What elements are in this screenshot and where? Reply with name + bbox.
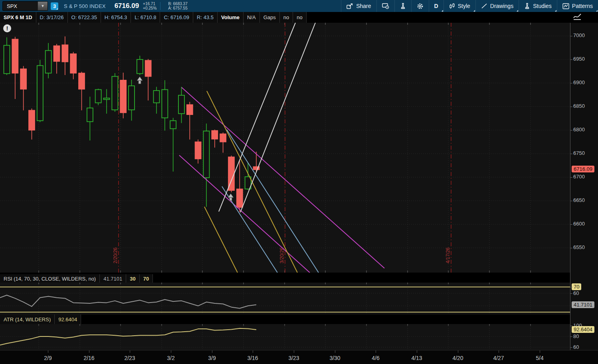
candle-2/5[interactable]: [29, 109, 35, 140]
magenta-trendline[interactable]: [182, 87, 384, 268]
link-group-badge[interactable]: 3: [51, 2, 58, 10]
share-button[interactable]: Share: [341, 0, 376, 12]
patterns-icon: [562, 3, 569, 9]
magenta-trendline[interactable]: [179, 155, 310, 273]
rsi-study-label[interactable]: RSI (14, 70, 30, CLOSE, WILDERS, no): [0, 274, 100, 283]
last-price: 6716.09: [115, 2, 139, 10]
candle-2/19[interactable]: [103, 89, 109, 113]
candle-3/11[interactable]: [220, 133, 226, 153]
candlestick-chart-canvas[interactable]: 2/20/263/20/264/17/26!: [0, 23, 570, 273]
fit-scale-icon[interactable]: [572, 13, 583, 21]
rsi-value-badge: 41.7101: [572, 301, 594, 308]
candle-2/20[interactable]: [112, 73, 118, 112]
trendline-icon: [481, 3, 487, 9]
candle-3/10[interactable]: [212, 130, 218, 148]
white-trendline[interactable]: [240, 23, 315, 212]
price-axis-label: 6600: [573, 221, 585, 227]
symbol-input[interactable]: SPX ▼: [2, 1, 48, 11]
volume-label[interactable]: Volume: [218, 12, 244, 23]
time-axis-tick: [89, 350, 89, 353]
time-axis[interactable]: 2/92/162/233/23/93/163/233/304/64/134/20…: [0, 350, 598, 364]
gaps-label[interactable]: Gaps: [260, 12, 280, 23]
chart-symbol-label[interactable]: SPX 6 M 1D: [0, 12, 36, 23]
time-axis-tick: [417, 350, 417, 353]
candle-2/27[interactable]: [153, 87, 159, 113]
candle-3/4[interactable]: [178, 87, 184, 123]
gaps-value-2: no: [293, 12, 306, 23]
time-axis-tick: [171, 350, 171, 353]
alert-icon[interactable]: !: [3, 24, 11, 32]
candle-2/9[interactable]: [46, 43, 51, 79]
white-trendline[interactable]: [219, 23, 295, 212]
candle-2/6[interactable]: [37, 60, 43, 122]
candle-3/6[interactable]: [195, 140, 201, 164]
candle-3/17[interactable]: [253, 152, 259, 172]
candle-2/23[interactable]: [120, 73, 126, 118]
rsi-panel[interactable]: [0, 283, 570, 315]
symbol-value[interactable]: SPX: [3, 2, 38, 10]
analyze-button[interactable]: [394, 0, 411, 12]
price-axis-label: 6800: [573, 127, 585, 133]
candle-3/9[interactable]: [203, 123, 209, 207]
candles[interactable]: [4, 36, 259, 212]
time-axis-label: 4/6: [372, 355, 379, 361]
time-axis-tick: [212, 350, 212, 353]
svg-text:!: !: [6, 25, 8, 32]
symbol-dropdown-caret-icon[interactable]: ▼: [38, 2, 48, 10]
price-axis[interactable]: 7000695069006850680067506700665066006550…: [570, 23, 598, 350]
candle-3/5[interactable]: [187, 102, 193, 139]
price-axis-tick: [570, 154, 572, 154]
candle-2/11[interactable]: [62, 36, 68, 75]
time-axis-label: 2/16: [83, 355, 94, 361]
volume-value: N/A: [244, 12, 260, 23]
atr-axis-tick: [570, 347, 572, 348]
time-axis-tick: [540, 350, 540, 353]
studies-button[interactable]: Studies: [519, 0, 557, 12]
trendline-drawings[interactable]: [179, 23, 384, 273]
spacer: [81, 315, 598, 324]
candle-2/4[interactable]: [20, 66, 26, 111]
atr-value-badge: 92.6404: [572, 326, 594, 333]
expiration-lines: 2/20/263/20/264/17/26: [113, 23, 451, 273]
patterns-button[interactable]: Patterns: [557, 0, 598, 12]
candle-2/17[interactable]: [87, 97, 93, 140]
onDemand-button[interactable]: [376, 0, 394, 12]
time-axis-label: 3/9: [208, 355, 216, 361]
atr-axis-tick: [570, 336, 572, 337]
up-arrow-marker[interactable]: [137, 77, 143, 84]
candle-2/12[interactable]: [70, 52, 76, 79]
expiration-date-label: 4/17/26: [445, 247, 451, 263]
gear-icon: [417, 3, 424, 10]
candle-2/26[interactable]: [145, 59, 151, 101]
candle-2/18[interactable]: [95, 89, 101, 105]
ohlc-date: D: 3/17/26: [36, 12, 68, 23]
atr-panel[interactable]: [0, 324, 570, 350]
candle-2/3[interactable]: [12, 37, 18, 99]
atr-study-label[interactable]: ATR (14, WILDERS): [0, 315, 55, 324]
candle-2/2[interactable]: [4, 38, 10, 75]
spacer: [307, 12, 598, 23]
time-axis-label: 5/4: [536, 355, 543, 361]
candle-3/3[interactable]: [170, 118, 176, 172]
candle-2/13[interactable]: [79, 72, 85, 111]
main-price-chart[interactable]: 2/20/263/20/264/17/26!: [0, 23, 570, 273]
price-axis-label: 6550: [573, 244, 585, 250]
rsi-oversold-level: 30: [126, 274, 139, 283]
yellow-trendline[interactable]: [204, 207, 238, 273]
price-axis-tick: [570, 36, 572, 36]
ohlc-open: O: 6722.35: [68, 12, 101, 23]
candle-2/24[interactable]: [129, 80, 135, 121]
drawings-button[interactable]: Drawings: [475, 0, 519, 12]
time-axis-tick: [458, 350, 458, 353]
timeframe-button[interactable]: D: [429, 0, 444, 12]
settings-button[interactable]: [411, 0, 429, 12]
time-axis-label: 3/30: [329, 355, 340, 361]
symbol-description: S & P 500 INDEX: [64, 3, 106, 9]
candle-3/13[interactable]: [237, 161, 243, 212]
candle-3/2[interactable]: [162, 80, 168, 131]
divider: [160, 2, 160, 10]
style-button[interactable]: Style: [444, 0, 475, 12]
candle-2/10[interactable]: [53, 44, 59, 73]
flask-icon: [400, 3, 406, 9]
candle-2/25[interactable]: [137, 56, 143, 75]
